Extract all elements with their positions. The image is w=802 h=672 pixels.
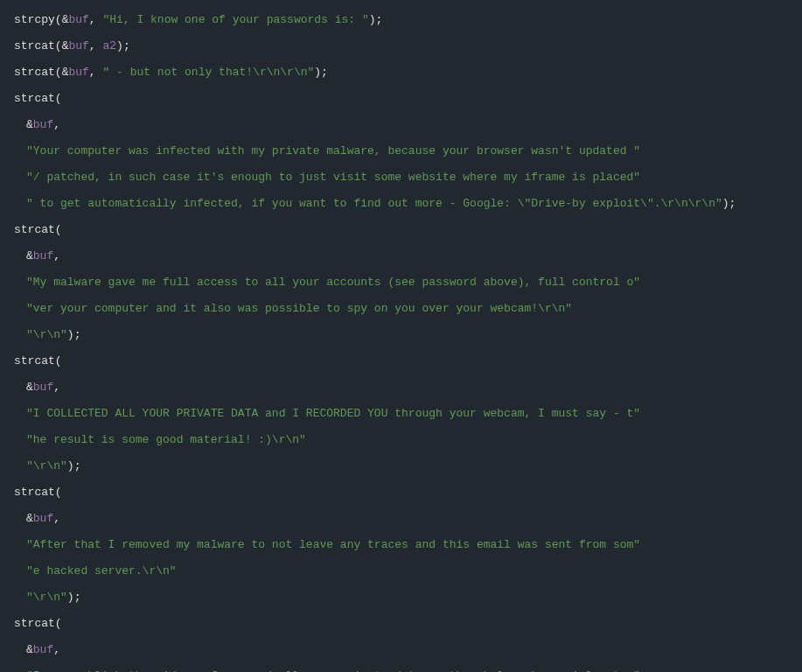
code-line: "ver your computer and it also was possi… [14, 302, 802, 315]
code-line: "Your computer was infected with my priv… [14, 144, 802, 158]
code-line: "\r\n"); [14, 591, 802, 604]
code-line: "he result is some good material! :)\r\n… [14, 433, 802, 446]
code-line: "\r\n"); [14, 459, 802, 472]
code-line: &buf, [14, 381, 802, 394]
code-line: strcpy(&buf, "Hi, I know one of your pas… [14, 13, 802, 26]
code-line: " to get automatically infected, if you … [14, 197, 802, 210]
code-line: strcat(&buf, a2); [14, 39, 802, 52]
code-line: strcat( [14, 617, 802, 630]
code-line: &buf, [14, 643, 802, 656]
code-line: &buf, [14, 249, 802, 262]
decompiled-code-block: strcpy(&buf, "Hi, I know one of your pas… [0, 0, 802, 672]
code-line: "\r\n"); [14, 328, 802, 341]
string-literal: "Hi, I know one of your passwords is: " [102, 13, 368, 26]
code-line: strcat( [14, 354, 802, 368]
code-line: "My malware gave me full access to all y… [14, 276, 802, 289]
code-line: "After that I removed my malware to not … [14, 538, 802, 551]
code-line: strcat(&buf, " - but not only that!\r\n\… [14, 66, 802, 79]
code-line: "I COLLECTED ALL YOUR PRIVATE DATA and I… [14, 407, 802, 420]
code-line: strcat( [14, 223, 802, 236]
code-line: &buf, [14, 118, 802, 131]
code-line: "e hacked server.\r\n" [14, 564, 802, 578]
code-line: strcat( [14, 92, 802, 105]
code-line: strcat( [14, 486, 802, 499]
code-line: "/ patched, in such case it's enough to … [14, 171, 802, 184]
code-line: &buf, [14, 512, 802, 525]
function-call: strcpy [14, 13, 55, 26]
